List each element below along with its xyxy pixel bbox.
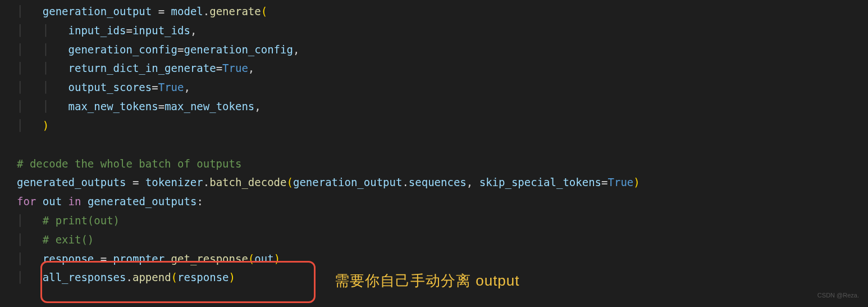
- code-line: │ │ max_new_tokens=max_new_tokens,: [17, 97, 868, 116]
- code-line: │ ): [17, 116, 868, 136]
- code-line: │ response = prompter.get_response(out): [17, 250, 868, 269]
- code-line: for out in generated_outputs:: [17, 192, 868, 211]
- code-line: │ # exit(): [17, 231, 868, 250]
- code-line: │ │ generation_config=generation_config,: [17, 40, 868, 60]
- code-line: │ generation_output = model.generate(: [17, 2, 868, 21]
- code-line: │ # print(out): [17, 211, 868, 231]
- code-line: [17, 136, 868, 155]
- code-line: │ │ output_scores=True,: [17, 78, 868, 97]
- code-line: │ │ return_dict_in_generate=True,: [17, 59, 868, 78]
- watermark-text: CSDN @Reza.: [817, 290, 859, 301]
- code-line: # decode the whole batch of outputs: [17, 155, 868, 174]
- annotation-text: 需要你自己手动分离 output: [335, 268, 520, 294]
- code-editor[interactable]: │ generation_output = model.generate( │ …: [0, 0, 868, 287]
- code-line: generated_outputs = tokenizer.batch_deco…: [17, 173, 868, 192]
- code-line: │ │ input_ids=input_ids,: [17, 21, 868, 40]
